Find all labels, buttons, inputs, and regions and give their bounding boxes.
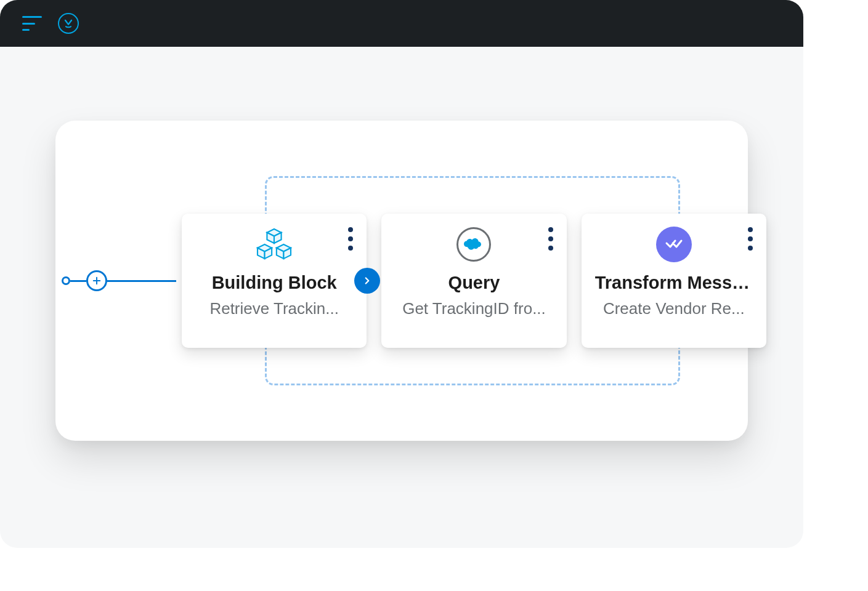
- app-header: [0, 0, 803, 47]
- card-subtitle: Get TrackingID fro...: [395, 299, 553, 318]
- card-subtitle: Create Vendor Re...: [595, 299, 753, 318]
- expand-card-button[interactable]: [354, 268, 380, 294]
- flow-card-query[interactable]: Query Get TrackingID fro...: [381, 214, 566, 348]
- cubes-icon: [255, 225, 293, 264]
- flow-canvas[interactable]: Building Block Retrieve Trackin...: [0, 47, 803, 548]
- card-subtitle: Retrieve Trackin...: [195, 299, 353, 318]
- flow-start-connector: [62, 270, 176, 291]
- connector-line: [107, 280, 176, 282]
- card-title: Building Block: [195, 273, 353, 293]
- card-menu-button[interactable]: [348, 227, 353, 251]
- card-title: Query: [395, 273, 553, 293]
- app-window: Building Block Retrieve Trackin...: [0, 0, 803, 548]
- mulesoft-logo-icon[interactable]: [58, 13, 79, 34]
- card-menu-button[interactable]: [548, 227, 553, 251]
- start-node-icon: [62, 276, 70, 285]
- card-title: Transform Message: [595, 273, 753, 293]
- card-menu-button[interactable]: [748, 227, 753, 251]
- flow-card-building-block[interactable]: Building Block Retrieve Trackin...: [182, 214, 367, 348]
- salesforce-icon: [456, 225, 491, 264]
- flow-panel: Building Block Retrieve Trackin...: [55, 121, 748, 441]
- transform-icon: [656, 225, 692, 264]
- connector-line: [70, 280, 86, 282]
- add-before-button[interactable]: [86, 270, 107, 291]
- flow-cards: Building Block Retrieve Trackin...: [182, 214, 766, 348]
- menu-button[interactable]: [22, 16, 42, 31]
- flow-card-transform-message[interactable]: Transform Message Create Vendor Re...: [582, 214, 766, 348]
